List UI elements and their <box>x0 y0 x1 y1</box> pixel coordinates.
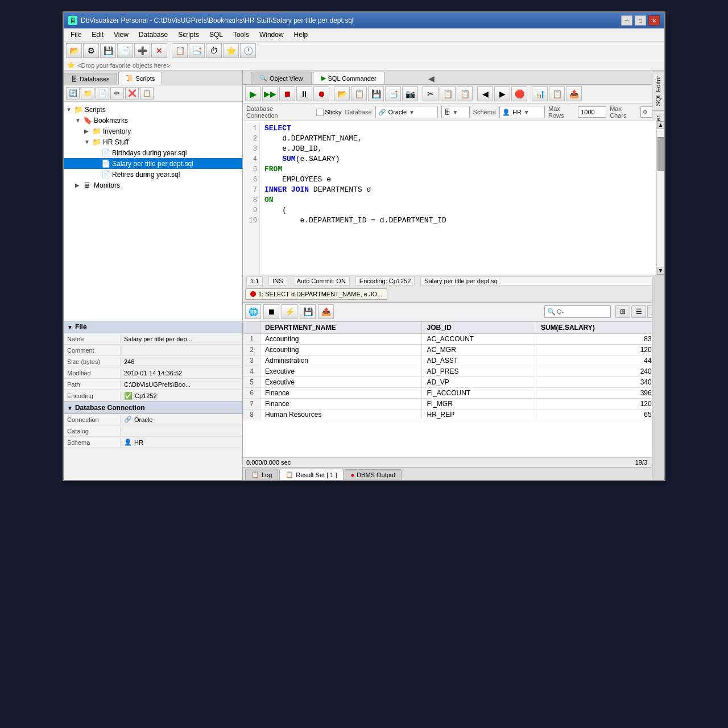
scroll-down-arrow[interactable]: ▼ <box>657 267 665 275</box>
forward-button[interactable]: ▶ <box>494 86 510 101</box>
settings-button[interactable]: ⚙ <box>83 43 99 58</box>
menu-tools[interactable]: Tools <box>229 30 254 40</box>
properties-panel: ▼ File Name Salary per title per dep... … <box>64 321 242 480</box>
scroll-up-arrow[interactable]: ▲ <box>657 121 665 129</box>
sal-8: 6500 <box>536 410 664 420</box>
remove-button[interactable]: ❌ <box>125 87 139 100</box>
row-num-7: 7 <box>243 399 260 410</box>
grid-view-button[interactable]: 📊 <box>532 86 548 101</box>
tab-scripts[interactable]: 📜 Scripts <box>118 72 163 85</box>
save-sql-button[interactable]: 💾 <box>368 86 384 101</box>
tab-result-set[interactable]: 📋 Result Set [ 1 ] <box>279 469 343 480</box>
tab-object-view[interactable]: 🔍 Object View <box>251 72 312 84</box>
export-button[interactable]: 📤 <box>566 86 582 101</box>
new-folder-button[interactable]: 📁 <box>81 87 94 100</box>
prop-row-connection: Connection 🔗 Oracle <box>64 414 242 425</box>
side-tab-sql-editor[interactable]: SQL Editor <box>652 71 664 110</box>
tree-item-inventory[interactable]: ▶ 📁 Inventory <box>64 126 242 136</box>
stop-button[interactable]: ⏹ <box>279 86 295 101</box>
open-sql-button[interactable]: 📂 <box>334 86 350 101</box>
database-select[interactable]: 🗄 ▼ <box>441 106 470 118</box>
results-export-button[interactable]: 📤 <box>318 304 334 319</box>
tree-item-monitors[interactable]: ▶ 🖥 Monitors <box>64 180 242 191</box>
tree-label-hrstuff: HR Stuff <box>103 138 129 146</box>
cut-button[interactable]: ✂ <box>423 86 439 101</box>
grid-icon-button[interactable]: ⊞ <box>615 305 630 318</box>
results-search-box[interactable]: 🔍 <box>544 305 611 318</box>
menu-file[interactable]: File <box>66 30 86 40</box>
paste-sql-button[interactable]: 📋 <box>457 86 473 101</box>
form-view-button[interactable]: 📋 <box>549 86 565 101</box>
save-as-button[interactable]: 📄 <box>117 43 133 58</box>
results-status-bar: 0.000/0.000 sec 19/3 1-8 <box>243 457 664 467</box>
tree-item-birthdays[interactable]: 📄 Birthdays during year.sql <box>64 147 242 158</box>
close-button[interactable]: ✕ <box>648 15 660 26</box>
paste-button[interactable]: 📑 <box>189 43 205 58</box>
history-button[interactable]: 🕐 <box>240 43 256 58</box>
tab-log[interactable]: 📋 Log <box>245 469 278 480</box>
timer-button[interactable]: ⏱ <box>206 43 222 58</box>
tree-item-bookmarks[interactable]: ▼ 🔖 Bookmarks <box>64 115 242 126</box>
new-sql-button[interactable]: 📋 <box>351 86 367 101</box>
minimize-button[interactable]: ─ <box>621 15 632 26</box>
nav-left-arrow[interactable]: ◀ <box>428 74 435 83</box>
app-icon: 🗄 <box>68 16 77 25</box>
edit-button[interactable]: ✏ <box>110 87 124 100</box>
results-run-button[interactable]: ⚡ <box>282 304 297 319</box>
menu-scripts[interactable]: Scripts <box>173 30 204 40</box>
menu-help[interactable]: Help <box>289 30 313 40</box>
saveas-sql-button[interactable]: 📑 <box>385 86 401 101</box>
sql-code-area[interactable]: SELECT d.DEPARTMENT_NAME, e.JOB_ID, SUM(… <box>260 121 656 275</box>
tree-item-hrstuff[interactable]: ▼ 📁 HR Stuff <box>64 136 242 147</box>
copy-button[interactable]: 📋 <box>172 43 188 58</box>
properties-button[interactable]: 📋 <box>140 87 154 100</box>
menu-database[interactable]: Database <box>134 30 172 40</box>
results-stop-button[interactable]: ⏹ <box>263 304 279 319</box>
tab-dbms-output[interactable]: ● DBMS Output <box>345 469 402 480</box>
tree-label-salary: Salary per title per dept.sql <box>112 160 193 168</box>
back-button[interactable]: ◀ <box>477 86 493 101</box>
query-tab-1[interactable]: 1: SELECT d.DEPARTMENT_NAME, e.JO... <box>245 288 387 300</box>
results-search-input[interactable] <box>557 308 608 315</box>
pause-button[interactable]: ⏸ <box>296 86 312 101</box>
schema-select[interactable]: 👤 HR ▼ <box>499 106 545 118</box>
connection-select[interactable]: 🔗 Oracle ▼ <box>375 106 438 118</box>
file-toggle[interactable]: ▼ <box>67 324 73 330</box>
copy-sql-button[interactable]: 📋 <box>440 86 456 101</box>
open-folder-button[interactable]: 📂 <box>66 43 82 58</box>
results-connect-button[interactable]: 🌐 <box>245 304 261 319</box>
tab-sql-commander[interactable]: ▶ SQL Commander <box>313 72 385 84</box>
scroll-thumb[interactable] <box>657 137 664 171</box>
menu-window[interactable]: Window <box>255 30 288 40</box>
menu-edit[interactable]: Edit <box>87 30 108 40</box>
tree-item-retires[interactable]: 📄 Retires during year.sql <box>64 169 242 180</box>
list-icon-button[interactable]: ☰ <box>631 305 646 318</box>
tree-item-salary[interactable]: 📄 Salary per title per dept.sql <box>64 158 242 169</box>
maximize-button[interactable]: □ <box>635 15 646 26</box>
maxrows-input[interactable] <box>578 106 606 118</box>
run-all-button[interactable]: ▶▶ <box>262 86 278 101</box>
refresh-button[interactable]: 🔄 <box>66 87 80 100</box>
tab-databases[interactable]: 🗄 Databases <box>64 73 117 85</box>
db-toggle[interactable]: ▼ <box>67 405 73 411</box>
menu-view[interactable]: View <box>109 30 133 40</box>
tree-arrow-scripts: ▼ <box>66 106 74 113</box>
auto-commit-status: Auto Commit: ON <box>293 276 350 286</box>
cancel-button[interactable]: 🛑 <box>511 86 527 101</box>
add-button[interactable]: ➕ <box>134 43 150 58</box>
col-header-dept: DEPARTMENT_NAME <box>260 322 422 334</box>
run-button[interactable]: ▶ <box>245 86 261 101</box>
editor-scrollbar[interactable]: ▲ ▼ <box>656 121 664 275</box>
save-button[interactable]: 💾 <box>100 43 116 58</box>
star-button[interactable]: ⭐ <box>223 43 239 58</box>
table-row: 5 Executive AD_VP 34000 <box>243 377 664 388</box>
menu-sql[interactable]: SQL <box>205 30 228 40</box>
sticky-checkbox[interactable] <box>316 109 324 116</box>
sql-editor[interactable]: 1 2 3 4 5 6 7 8 9 10 SELECT d.DEPARTMENT… <box>243 121 664 275</box>
delete-button[interactable]: ✕ <box>151 43 167 58</box>
record-button[interactable]: ⏺ <box>313 86 329 101</box>
new-script-button[interactable]: 📄 <box>96 87 109 100</box>
tree-item-scripts[interactable]: ▼ 📁 Scripts <box>64 104 242 115</box>
results-save-button[interactable]: 💾 <box>300 304 316 319</box>
snapshot-button[interactable]: 📷 <box>402 86 418 101</box>
